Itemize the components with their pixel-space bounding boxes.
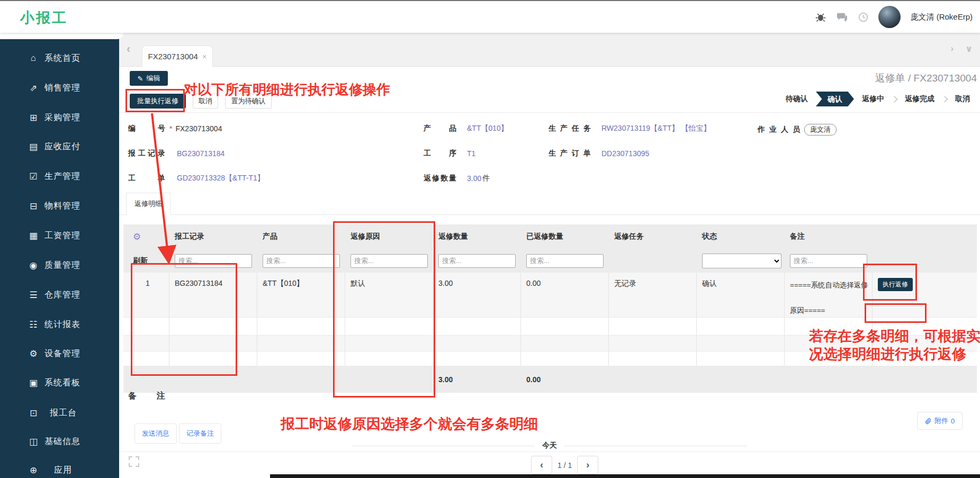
fullscreen-corners-icon[interactable] — [129, 456, 139, 467]
batch-execute-repair-button[interactable]: 批量执行返修 — [130, 94, 186, 109]
history-clock-icon[interactable] — [857, 11, 869, 23]
column-settings-gear-icon[interactable]: ⚙ — [133, 231, 141, 242]
sidebar-item-receivables-payables[interactable]: ▤应收应付 — [0, 136, 119, 157]
doc-no-value: FX230713004 — [175, 124, 222, 133]
next-page-button[interactable]: › — [577, 456, 598, 474]
tab-scroll-right-icon[interactable]: › — [951, 43, 954, 55]
quality-icon: ◉ — [28, 260, 39, 271]
filter-product-input[interactable] — [263, 254, 340, 268]
tab-close-icon[interactable]: × — [202, 52, 207, 61]
detail-tab-divider — [119, 214, 980, 215]
app-header: 小报工 庞文清 (RokeErp) — [0, 1, 980, 33]
filter-work-record-input[interactable] — [175, 254, 252, 268]
sidebar-item-purchasing[interactable]: ⊞采购管理 — [0, 107, 119, 128]
filter-status-select[interactable] — [702, 254, 781, 268]
messages-icon[interactable] — [836, 11, 848, 23]
table-empty-row — [123, 318, 977, 336]
bar-chart-icon: ☷ — [28, 319, 39, 330]
process-link[interactable]: T1 — [467, 149, 475, 158]
chevron-right-icon — [941, 96, 948, 103]
sidebar-item-apps[interactable]: ⊕应用 — [0, 459, 119, 478]
sidebar-item-work-terminal[interactable]: ⊡报工台 — [0, 402, 119, 423]
col-header-remark: 备注 — [785, 224, 873, 249]
user-name[interactable]: 庞文清 (RokeErp) — [910, 12, 973, 22]
status-step-confirmed-active: 确认 — [816, 92, 854, 106]
sidebar-item-dashboard[interactable]: ▣系统看板 — [0, 372, 119, 393]
production-order-link[interactable]: DD230713095 — [601, 149, 649, 158]
sidebar-item-payroll[interactable]: ▦工资管理 — [0, 225, 119, 246]
prev-page-button[interactable]: ‹ — [531, 456, 552, 474]
sidebar-item-equipment[interactable]: ⚙设备管理 — [0, 343, 119, 364]
filter-repaired-qty-input[interactable] — [526, 254, 604, 268]
col-header-work-record: 报工记录 — [169, 224, 257, 249]
filter-repair-reason-input[interactable] — [350, 254, 428, 268]
tab-fx230713004[interactable]: FX230713004 × — [142, 46, 213, 67]
cell-repair-reason: 默认 — [345, 273, 433, 318]
chevron-right-icon — [891, 96, 898, 103]
set-pending-confirm-button[interactable]: 置为待确认 — [225, 94, 272, 109]
repair-detail-table: ⚙ 报工记录 产品 返修原因 返修数量 已返修数量 返修任务 状态 备注 刷新 — [123, 224, 977, 393]
attachment-count: 0 — [951, 417, 955, 425]
remark-section-label: 备注 — [128, 391, 165, 402]
field-product: 产品 &TT【010】 — [424, 124, 508, 133]
field-doc-no: 编号 * FX230713004 — [128, 124, 222, 133]
pagination: ‹ 1 / 1 › — [531, 456, 598, 474]
work-order-link[interactable]: GD230713328【&TT-T1】 — [177, 174, 265, 183]
sidebar-item-production[interactable]: ☑生产管理 — [0, 166, 119, 187]
field-repair-qty: 返修数量 3.00 件 — [424, 174, 490, 183]
cancel-button[interactable]: 取消 — [193, 94, 218, 109]
sidebar-item-basic-info[interactable]: ◫基础信息 — [0, 431, 119, 452]
sidebar-nav: ⌂系统首页 ⇗销售管理 ⊞采购管理 ▤应收应付 ☑生产管理 ⊟物料管理 ▦工资管… — [0, 33, 119, 478]
edit-button[interactable]: ✎ 编辑 — [130, 71, 168, 86]
tab-repair-detail[interactable]: 返修明细 — [126, 193, 170, 215]
col-header-repair-qty: 返修数量 — [433, 224, 521, 249]
repair-qty-value: 3.00 — [467, 174, 481, 183]
cell-index: 1 — [123, 273, 169, 318]
sidebar-item-home[interactable]: ⌂系统首页 — [0, 48, 119, 69]
execute-repair-button[interactable]: 执行返修 — [878, 278, 913, 291]
cell-repaired-qty: 0.00 — [521, 273, 609, 318]
sales-chart-icon: ⇗ — [28, 83, 39, 94]
status-step-cancelled: 取消 — [948, 94, 977, 104]
table-header-row: ⚙ 报工记录 产品 返修原因 返修数量 已返修数量 返修任务 状态 备注 — [123, 224, 977, 249]
product-link[interactable]: &TT【010】 — [467, 124, 508, 133]
sidebar-item-materials[interactable]: ⊟物料管理 — [0, 195, 119, 217]
table-row[interactable]: 1 BG230713184 &TT【010】 默认 3.00 0.00 无记录 … — [123, 273, 977, 318]
sidebar-item-sales[interactable]: ⇗销售管理 — [0, 77, 119, 98]
edit-pencil-icon: ✎ — [138, 75, 143, 83]
field-worker: 作业人员 庞文清 — [758, 124, 837, 136]
production-task-link[interactable]: RW230713119【&TT】 【怡宝】 — [601, 124, 711, 133]
col-header-status: 状态 — [697, 224, 785, 249]
filter-remark-input[interactable] — [790, 254, 867, 268]
user-avatar[interactable] — [878, 6, 901, 28]
tab-list-expand-icon[interactable]: ∨ — [965, 43, 973, 55]
book-icon: ◫ — [28, 436, 39, 447]
field-work-record: 报工记录 BG230713184 — [128, 149, 224, 158]
tab-scroll-left-icon[interactable]: ‹ — [127, 42, 130, 56]
attachment-button[interactable]: 附件 0 — [917, 412, 963, 430]
status-step-repairing: 返修中 — [855, 94, 891, 104]
app-logo: 小报工 — [20, 8, 68, 28]
sidebar-item-quality[interactable]: ◉质量管理 — [0, 255, 119, 276]
filter-repair-qty-input[interactable] — [438, 254, 516, 268]
bug-icon[interactable] — [815, 11, 826, 23]
sidebar-item-warehouse[interactable]: ☰仓库管理 — [0, 284, 119, 305]
header-corner-curve — [0, 33, 123, 39]
terminal-icon: ⊡ — [28, 408, 39, 419]
toolbar-divider — [119, 112, 980, 113]
cell-repair-qty: 3.00 — [433, 273, 521, 318]
field-work-order: 工单 GD230713328【&TT-T1】 — [128, 174, 265, 183]
table-filter-row: 刷新 — [123, 249, 977, 273]
cell-remark: =====系统自动选择返修原因===== — [785, 273, 873, 318]
clipboard-check-icon: ☑ — [28, 171, 39, 182]
kanban-icon: ▣ — [28, 377, 39, 389]
work-record-link[interactable]: BG230713184 — [177, 149, 224, 158]
home-icon: ⌂ — [28, 53, 39, 64]
refresh-button[interactable]: 刷新 — [133, 256, 148, 266]
warehouse-icon: ☰ — [28, 290, 39, 301]
total-repaired-qty: 0.00 — [521, 366, 609, 393]
calculator-icon: ▦ — [28, 230, 39, 241]
sidebar-item-reports[interactable]: ☷统计报表 — [0, 314, 119, 335]
worker-tag: 庞文清 — [804, 124, 837, 136]
apps-icon: ⊕ — [28, 465, 39, 476]
